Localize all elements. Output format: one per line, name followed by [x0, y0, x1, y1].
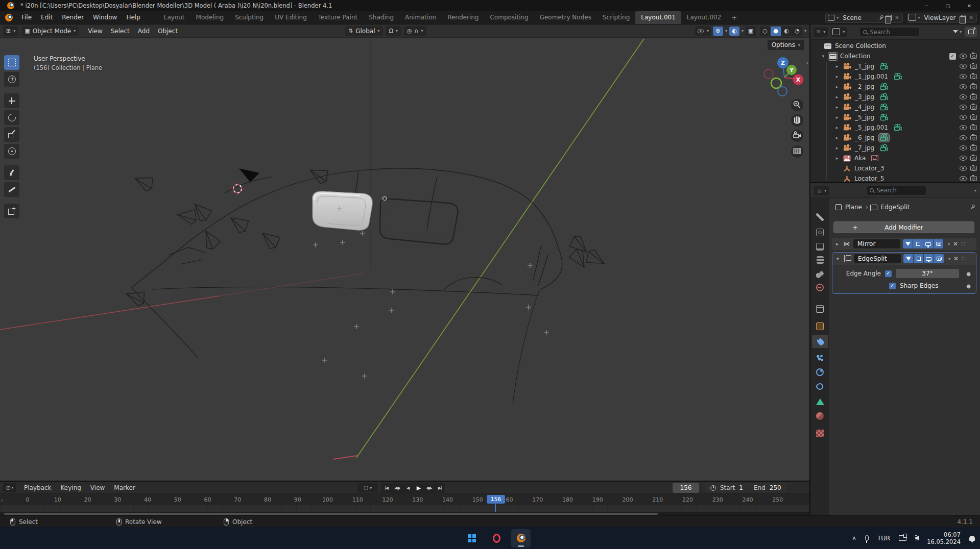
scrollbar-thumb[interactable]: [4, 513, 658, 515]
playhead-line[interactable]: [495, 504, 496, 512]
workspace-tab[interactable]: Geometry Nodes: [534, 11, 597, 24]
taskbar-clock[interactable]: 06:07 16.05.2024: [927, 531, 961, 545]
jump-to-start-button[interactable]: |◀: [381, 483, 392, 493]
outliner-object-row[interactable]: ▸ _4_jpg: [810, 102, 980, 112]
edge-angle-value-slider[interactable]: 37°: [896, 269, 959, 278]
render-toggle[interactable]: [934, 239, 943, 248]
zoom-button[interactable]: [791, 99, 803, 111]
gizmos-toggle[interactable]: ⊕: [713, 27, 723, 36]
proportional-editing-selector[interactable]: ◎ ∩ ▾: [404, 26, 426, 36]
navigation-gizmo[interactable]: Z Y X: [762, 54, 809, 164]
3d-viewport[interactable]: ⊞▾ ▣ Object Mode ▾ ViewSelectAddObject ⇅…: [0, 24, 809, 481]
viewport-canvas[interactable]: [0, 24, 809, 481]
scale[interactable]: [4, 127, 19, 142]
disable-in-render-toggle[interactable]: [970, 94, 977, 99]
overlays-toggle[interactable]: ◐: [729, 27, 739, 36]
edit-mode-toggle[interactable]: [913, 239, 923, 248]
workspace-tab[interactable]: Rendering: [442, 11, 484, 24]
outliner-object-row[interactable]: ▸ _3_jpg: [810, 92, 980, 102]
axis-neg-x-handle[interactable]: [764, 69, 773, 79]
transform-orientation-selector[interactable]: ⇅ Global ▾: [345, 26, 383, 36]
animate-dot-icon[interactable]: ●: [966, 283, 971, 289]
outliner-object-row[interactable]: ▸ Aka: [810, 153, 980, 163]
transform[interactable]: [4, 144, 19, 159]
expand-arrow-icon[interactable]: ▸: [834, 94, 840, 99]
outliner-object-row[interactable]: ▸ _7_jpg: [810, 143, 980, 153]
disable-in-render-toggle[interactable]: [970, 84, 977, 89]
properties-editor-type-button[interactable]: ≣▾: [814, 186, 829, 195]
hide-in-viewport-toggle[interactable]: [960, 54, 967, 59]
start-button[interactable]: [462, 529, 482, 547]
options-button[interactable]: Options ▾: [768, 40, 804, 50]
playhead-badge[interactable]: 156: [487, 495, 505, 504]
opera-taskbar-button[interactable]: [487, 529, 506, 547]
outliner-display-mode-button[interactable]: ≡▾: [814, 27, 828, 37]
minimize-button[interactable]: ─: [916, 0, 937, 11]
workspace-tab[interactable]: Layout: [158, 11, 190, 24]
delete-modifier-icon[interactable]: ✕: [953, 240, 958, 247]
hidden-icons-chevron[interactable]: ∧: [852, 535, 856, 541]
expand-arrow-icon[interactable]: ▸: [834, 135, 840, 140]
outliner-object-row[interactable]: ▸ Locator_5: [810, 173, 980, 182]
move[interactable]: [4, 93, 19, 108]
properties-options-icon[interactable]: ▾: [974, 188, 976, 193]
play-button[interactable]: ▶: [413, 483, 424, 493]
expand-arrow-icon[interactable]: ▸: [834, 84, 840, 89]
breadcrumb-modifier[interactable]: EdgeSplit: [881, 204, 910, 211]
hide-in-viewport-toggle[interactable]: [960, 64, 967, 69]
orthographic-toggle-button[interactable]: [791, 145, 803, 158]
collapse-arrow-icon[interactable]: ▾: [820, 54, 826, 59]
expand-arrow-icon[interactable]: ▸: [834, 156, 840, 161]
properties-tab-physics[interactable]: [812, 365, 828, 379]
network-icon[interactable]: [899, 535, 906, 541]
properties-tab-modifiers[interactable]: [812, 335, 828, 348]
animate-dot-icon[interactable]: ●: [966, 271, 971, 277]
menu-item[interactable]: Edit: [36, 11, 57, 24]
realtime-toggle[interactable]: [923, 239, 933, 248]
filter-icon[interactable]: [953, 30, 958, 33]
outliner-filter-type-button[interactable]: ▾: [831, 27, 847, 37]
disable-in-render-toggle[interactable]: [970, 64, 977, 69]
collection-row[interactable]: ▾ Collection: [810, 51, 980, 61]
disable-in-render-toggle[interactable]: [970, 156, 977, 161]
shading-solid-button[interactable]: ●: [771, 27, 781, 36]
outliner-object-row[interactable]: ▸ _6_jpg: [810, 133, 980, 143]
timeline-menu-item[interactable]: View: [86, 484, 109, 491]
add-modifier-button[interactable]: + Add Modifier: [833, 221, 974, 233]
properties-tab-viewlayer[interactable]: [812, 253, 828, 266]
expand-arrow-icon[interactable]: ▸: [834, 115, 840, 120]
disable-in-render-toggle[interactable]: [970, 176, 977, 181]
auto-keying-toggle[interactable]: ▾: [357, 483, 378, 492]
scene-collection-row[interactable]: Scene Collection: [810, 41, 980, 51]
expand-arrow-icon[interactable]: ▸: [834, 241, 840, 246]
expand-arrow-icon[interactable]: ▸: [834, 145, 840, 151]
modifier-name-field[interactable]: EdgeSplit: [854, 254, 901, 263]
timeline-expand-icon[interactable]: ›: [1, 497, 3, 504]
viewport-menu-item[interactable]: View: [84, 28, 106, 35]
properties-tab-scene[interactable]: [812, 267, 828, 281]
shading-rendered-button[interactable]: ◔: [792, 27, 802, 36]
start-frame-field[interactable]: Start 1: [705, 483, 748, 493]
hide-in-viewport-toggle[interactable]: [960, 156, 967, 161]
on-cage-toggle[interactable]: [903, 239, 913, 248]
on-cage-toggle[interactable]: [903, 254, 913, 263]
extras-dropdown-icon[interactable]: ▾: [948, 257, 950, 261]
pin-icon[interactable]: [878, 15, 883, 20]
edit-mode-toggle[interactable]: [914, 254, 923, 263]
timeline-menu-item[interactable]: Keying: [56, 484, 86, 491]
viewport-menu-item[interactable]: Select: [107, 28, 134, 35]
delete-modifier-icon[interactable]: ✕: [953, 255, 959, 262]
collapse-arrow-icon[interactable]: ▾: [835, 256, 841, 261]
end-frame-field[interactable]: End 250: [749, 483, 786, 493]
shading-material-button[interactable]: ◐: [781, 27, 792, 36]
car-door-wireframe[interactable]: [380, 197, 458, 244]
timeline-editor-type-button[interactable]: ◷▾: [3, 483, 16, 492]
properties-tab-particles[interactable]: [812, 351, 828, 364]
properties-tab-constraints[interactable]: [812, 380, 828, 393]
disable-in-render-toggle[interactable]: [970, 74, 977, 79]
edgesplit-modifier-header[interactable]: ▾ EdgeSplit ▾ ✕ ∷: [832, 253, 976, 265]
menu-item[interactable]: Render: [57, 11, 88, 24]
microphone-icon[interactable]: [865, 535, 869, 541]
disable-in-render-toggle[interactable]: [970, 135, 977, 140]
viewport-menu-item[interactable]: Add: [134, 28, 154, 35]
